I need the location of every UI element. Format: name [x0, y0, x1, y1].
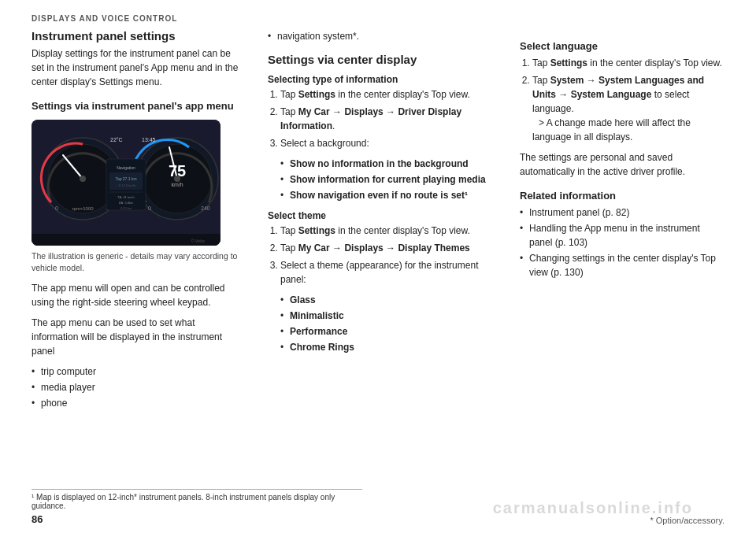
select-theme-header: Select theme: [268, 210, 496, 221]
image-caption: The illustration is generic - details ma…: [32, 250, 244, 273]
svg-text:TA: 41 km/h: TA: 41 km/h: [117, 195, 134, 199]
lang-step-2: Tap System → System Languages and Units …: [532, 73, 724, 144]
svg-text:0: 0: [55, 205, 58, 211]
step-3: Select a background:: [280, 136, 496, 150]
page-header: DISPLAYS AND VOICE CONTROL: [0, 0, 756, 29]
page-number: 86: [32, 513, 362, 525]
lang-note: The settings are personal and saved auto…: [520, 150, 724, 179]
list-item: Chrome Rings: [280, 340, 496, 354]
svg-text:© Volvo: © Volvo: [191, 239, 206, 243]
nav-bullet: navigation system*.: [268, 29, 496, 43]
list-item: Show navigation even if no route is set¹: [280, 188, 496, 202]
background-options: Show no information in the background Sh…: [280, 157, 496, 202]
svg-text:↑ 0 17.0 km/h: ↑ 0 17.0 km/h: [117, 183, 135, 187]
middle-column: navigation system*. Settings via center …: [268, 29, 496, 416]
svg-text:240: 240: [201, 205, 210, 211]
svg-text:0: 0: [148, 205, 151, 211]
app-menu-para1: The app menu will open and can be contro…: [32, 281, 244, 309]
svg-text:rpm×1000: rpm×1000: [72, 206, 94, 211]
center-display-title: Settings via center display: [268, 53, 496, 66]
related-items: Instrument panel (p. 82) Handling the Ap…: [520, 205, 724, 279]
list-item: phone: [32, 396, 244, 410]
svg-text:0:00 km: 0:00 km: [120, 206, 132, 210]
selecting-type-header: Selecting type of information: [268, 74, 496, 85]
theme-steps-list: Tap Settings in the center display's Top…: [268, 224, 496, 287]
related-item: Handling the App menu in the instrument …: [520, 221, 724, 250]
list-item: Performance: [280, 324, 496, 339]
svg-text:DA: 5.8km: DA: 5.8km: [119, 201, 134, 205]
svg-text:75: 75: [169, 162, 186, 180]
list-item: trip computer: [32, 365, 244, 379]
instrument-panel-title: Instrument panel settings: [32, 29, 244, 43]
footnote-area: ¹ Map is displayed on 12-inch* instrumen…: [32, 489, 362, 510]
svg-point-4: [80, 176, 86, 182]
list-item: media player: [32, 380, 244, 394]
svg-text:Navigation: Navigation: [117, 165, 135, 170]
watermark: carmanualsonline.info: [493, 499, 693, 517]
instrument-panel-image: 0 8 rpm×1000 75 km/h 0 240: [32, 120, 220, 246]
app-menu-bullets: trip computer media player phone: [32, 365, 244, 410]
svg-text:Tap 27.1 km: Tap 27.1 km: [115, 176, 136, 181]
app-menu-title: Settings via instrument panel's app menu: [32, 100, 244, 112]
left-column: Instrument panel settings Display settin…: [32, 29, 244, 416]
select-language-title: Select language: [520, 40, 724, 52]
list-item: Show no information in the background: [280, 157, 496, 171]
list-item: Minimalistic: [280, 309, 496, 323]
list-item: Show information for current playing med…: [280, 172, 496, 187]
step-2: Tap My Car → Displays → Driver Display I…: [280, 105, 496, 133]
step-1: Tap Settings in the center display's Top…: [280, 87, 496, 102]
list-item: navigation system*.: [268, 29, 496, 43]
right-column: Select language Tap Settings in the cent…: [520, 29, 724, 416]
theme-options: Glass Minimalistic Performance Chrome Ri…: [280, 293, 496, 354]
svg-text:13:45: 13:45: [142, 137, 156, 143]
theme-step-1: Tap Settings in the center display's Top…: [280, 224, 496, 238]
app-menu-para2: The app menu can be used to set what inf…: [32, 316, 244, 358]
theme-step-2: Tap My Car → Displays → Display Themes: [280, 241, 496, 255]
instrument-intro: Display settings for the instrument pane…: [32, 46, 244, 89]
lang-step-1: Tap Settings in the center display's Top…: [532, 56, 724, 70]
type-steps-list: Tap Settings in the center display's Top…: [268, 87, 496, 150]
lang-steps-list: Tap Settings in the center display's Top…: [520, 56, 724, 144]
list-item: Glass: [280, 293, 496, 307]
page-footer: ¹ Map is displayed on 12-inch* instrumen…: [32, 489, 724, 525]
theme-step-3: Select a theme (appearance) for the inst…: [280, 258, 496, 287]
related-item: Changing settings in the center display'…: [520, 251, 724, 279]
svg-text:22°C: 22°C: [110, 137, 123, 143]
related-item: Instrument panel (p. 82): [520, 205, 724, 220]
related-info-title: Related information: [520, 190, 724, 202]
footnote-text: ¹ Map is displayed on 12-inch* instrumen…: [32, 493, 335, 510]
svg-text:km/h: km/h: [171, 182, 183, 187]
